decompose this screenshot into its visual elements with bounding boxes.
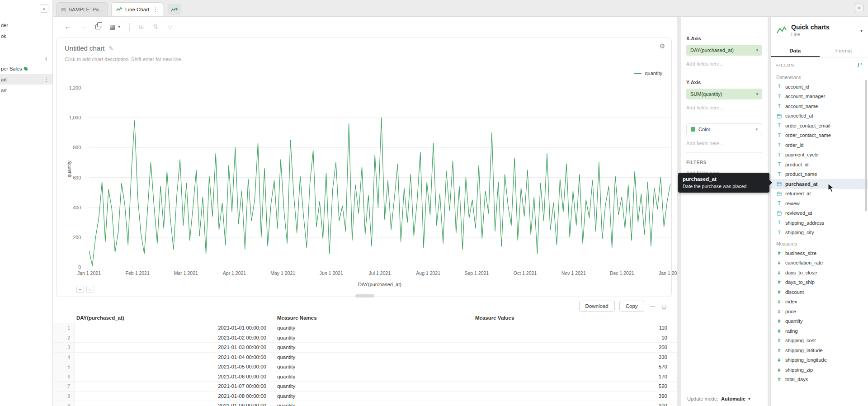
chevron-down-icon[interactable]: ▾: [748, 397, 750, 401]
tab-data[interactable]: Data: [771, 44, 820, 57]
expand-table-icon[interactable]: ▢: [662, 303, 666, 309]
dimension-field-account_manager[interactable]: Taccount_manager: [771, 92, 868, 102]
text-type-icon: T: [776, 220, 782, 225]
duplicate-icon[interactable]: [95, 24, 100, 29]
dimension-field-review[interactable]: Treview: [771, 198, 868, 208]
measure-field-cancellation_rate[interactable]: #cancellation_rate: [771, 258, 868, 268]
color-add-fields[interactable]: Add fields here...: [686, 141, 762, 153]
measure-field-total_days[interactable]: #total_days: [771, 375, 868, 385]
sidebar-item-art[interactable]: art: [0, 85, 52, 95]
dimension-field-order_contact_name[interactable]: Torder_contact_name: [771, 131, 868, 141]
dimension-field-account_id[interactable]: Taccount_id: [771, 82, 868, 92]
dimension-field-shipping_address[interactable]: Tshipping_address: [771, 218, 868, 228]
new-chart-tab-button[interactable]: [168, 4, 181, 15]
dimension-field-account_name[interactable]: Taccount_name: [771, 101, 868, 111]
chevron-down-icon[interactable]: ▾: [860, 28, 863, 33]
table-row[interactable]: 12021-01-01 00:00:00quantity110: [53, 323, 677, 333]
download-button[interactable]: Download: [579, 301, 615, 312]
sidebar-collapse-icon[interactable]: «: [40, 4, 48, 13]
panel-resize-handle[interactable]: [355, 294, 374, 297]
dimension-field-payment_cycle[interactable]: Tpayment_cycle: [771, 150, 868, 160]
dimension-field-product_id[interactable]: Tproduct_id: [771, 160, 868, 170]
y-axis-add-fields[interactable]: Add fields here...: [686, 105, 762, 117]
column-header[interactable]: DAY(purchased_at): [75, 315, 274, 321]
column-header[interactable]: Measure Names: [274, 315, 472, 321]
sidebar-item-art[interactable]: art⋮: [0, 74, 52, 85]
update-mode-control[interactable]: Update mode: Automatic ▾: [687, 396, 750, 401]
field-name: review: [785, 201, 800, 206]
tab-line-chart[interactable]: Line Chart ⋮: [111, 2, 163, 16]
measure-field-price[interactable]: #price: [771, 307, 868, 316]
sidebar-item-per-sales[interactable]: per Sales: [0, 63, 52, 74]
right-panel-toggle-icon[interactable]: »: [855, 4, 863, 12]
update-mode-value[interactable]: Automatic: [721, 396, 745, 401]
measure-field-shipping_zip[interactable]: #shipping_zip: [771, 365, 868, 375]
tab-menu-icon[interactable]: ⋮: [153, 6, 158, 13]
column-header[interactable]: Measure Values: [472, 315, 670, 321]
reset-zoom-button[interactable]: ⌂: [86, 286, 94, 293]
chart-settings-gear-icon[interactable]: ⚙: [659, 42, 665, 50]
measure-field-business_size[interactable]: #business_size: [771, 248, 868, 258]
undo-icon[interactable]: ←: [65, 23, 71, 30]
table-row[interactable]: 42021-01-04 00:00:00quantity330: [53, 353, 677, 363]
measure-field-shipping_longitude[interactable]: #shipping_longitude: [771, 355, 868, 365]
table-row[interactable]: 22021-01-02 00:00:00quantity10: [53, 333, 677, 343]
line-chart-plot[interactable]: [89, 88, 670, 267]
dimension-field-returned_at[interactable]: returned_at: [771, 189, 868, 199]
y-axis-field-pill[interactable]: SUM(quantity) ▾: [686, 89, 762, 99]
chevron-down-icon[interactable]: ▾: [756, 48, 758, 52]
collapse-table-icon[interactable]: —: [651, 303, 656, 309]
measure-field-shipping_cost[interactable]: #shipping_cost: [771, 336, 868, 346]
table-row[interactable]: 62021-01-06 00:00:00quantity170: [53, 372, 677, 382]
calendar-icon: [776, 181, 782, 186]
number-type-icon: #: [776, 357, 782, 363]
tab-format[interactable]: Format: [820, 44, 868, 57]
item-menu-icon[interactable]: ⋮: [44, 76, 49, 83]
sidebar-item-ok[interactable]: ok: [0, 31, 52, 41]
scrollbar-thumb[interactable]: [865, 80, 867, 211]
table-row[interactable]: 82021-01-08 00:00:00quantity390: [53, 392, 677, 401]
dimension-field-cancelled_at[interactable]: cancelled_at: [771, 111, 868, 121]
measure-field-shipping_latitude[interactable]: #shipping_latitude: [771, 345, 868, 355]
zoom-out-button[interactable]: −: [76, 286, 84, 293]
table-row[interactable]: 52021-01-05 00:00:00quantity570: [53, 362, 677, 372]
measure-field-days_to_ship[interactable]: #days_to_ship: [771, 278, 868, 288]
dimension-field-shipping_city[interactable]: Tshipping_city: [771, 228, 868, 238]
swap-axes-icon: ⇅: [153, 23, 159, 30]
dimension-field-product_name[interactable]: Tproduct_name: [771, 170, 868, 179]
table-row[interactable]: 72021-01-07 00:00:00quantity520: [53, 382, 677, 392]
tab-sample-page[interactable]: ▤ SAMPLE: Pa...: [56, 2, 108, 16]
table-row[interactable]: 92021-01-09 00:00:00quantity100: [53, 401, 677, 406]
measure-field-quantity[interactable]: #quantity: [771, 316, 868, 326]
chart-description-placeholder[interactable]: Click to add chart description. Shift-en…: [65, 57, 182, 62]
x-axis-add-fields[interactable]: Add fields here...: [686, 61, 762, 73]
dimension-field-order_contact_email[interactable]: Torder_contact_email: [771, 121, 868, 131]
dimension-field-reviewed_at[interactable]: reviewed_at: [771, 208, 868, 218]
color-section-row[interactable]: Color ▾: [686, 123, 762, 135]
dimension-field-order_id[interactable]: Torder_id: [771, 140, 868, 150]
sidebar-item-label: art: [1, 77, 7, 82]
color-section-label: Color: [698, 127, 710, 132]
copy-button[interactable]: Copy: [619, 301, 644, 312]
edit-title-icon[interactable]: ✎: [108, 45, 113, 52]
text-type-icon: T: [776, 123, 782, 128]
x-tick-label: May 1 2021: [270, 270, 295, 276]
measure-field-discount[interactable]: #discount: [771, 287, 868, 297]
add-formula-icon[interactable]: ƒ⁺: [857, 62, 863, 68]
grid-view-caret-icon[interactable]: ▾: [118, 24, 120, 29]
measure-field-index[interactable]: #index: [771, 297, 868, 307]
chevron-down-icon[interactable]: ▾: [756, 92, 758, 96]
sidebar-add-button[interactable]: +: [44, 55, 48, 62]
chart-title[interactable]: Untitled chart: [65, 44, 104, 52]
grid-view-icon[interactable]: ▦: [109, 23, 115, 30]
measure-field-days_to_close[interactable]: #days_to_close: [771, 268, 868, 278]
row-number: 1: [53, 323, 75, 333]
measure-field-rating[interactable]: #rating: [771, 326, 868, 336]
sidebar-item-der[interactable]: der: [0, 20, 52, 30]
x-tick-label: Oct 1 2021: [514, 270, 537, 276]
x-axis-field-pill[interactable]: DAY(purchased_at) ▾: [686, 45, 762, 56]
x-tick-label: Jan 1 2022: [659, 270, 677, 276]
dimension-field-purchased_at[interactable]: purchased_at: [771, 179, 868, 189]
table-row[interactable]: 32021-01-03 00:00:00quantity200: [53, 343, 677, 353]
chevron-down-icon[interactable]: ▾: [755, 127, 758, 132]
